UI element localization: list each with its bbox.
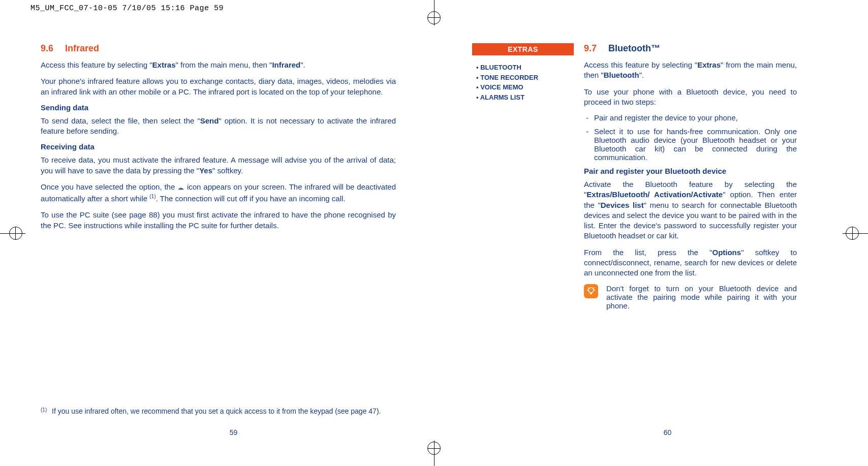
tip-callout: Don't forget to turn on your Bluetooth d… [584,284,797,310]
print-slug: M5_UM_FCC_07-10-05 7/10/05 15:16 Page 59 [30,4,224,13]
section-number: 9.6 [41,43,65,54]
crop-mark-top [414,0,454,25]
tip-text: Don't forget to turn on your Bluetooth d… [606,284,797,310]
steps-list: -Pair and register the device to your ph… [586,113,797,162]
footnote-text: If you use infrared often, we recommend … [52,407,396,415]
svg-line-6 [594,288,595,289]
extras-navbox-title: EXTRAS [472,43,574,55]
subheading-pair-register: Pair and register your Bluetooth device [584,167,797,175]
paragraph: To receive data, you must activate the i… [41,155,396,176]
footnote-ref: (1) [149,194,156,199]
paragraph: Access this feature by selecting "Extras… [584,60,797,81]
page-59: 9.6Infrared Access this feature by selec… [0,36,467,441]
infrared-icon [177,183,184,193]
extras-item-bluetooth: BLUETOOTH [476,63,574,73]
footnote: (1) If you use infrared often, we recomm… [41,407,396,415]
paragraph: Access this feature by selecting "Extras… [41,60,396,70]
extras-navbox-list: BLUETOOTH TONE RECORDER VOICE MEMO ALARM… [472,63,574,102]
page-60: EXTRAS BLUETOOTH TONE RECORDER VOICE MEM… [467,36,868,441]
paragraph: To send data, select the file, then sele… [41,116,396,137]
subheading-sending-data: Sending data [41,103,396,112]
section-heading-bluetooth: 9.7Bluetooth™ [584,43,797,54]
list-item: -Select it to use for hands-free communi… [586,127,797,162]
section-title: Infrared [65,43,99,53]
lightbulb-icon [584,284,598,298]
paragraph: From the list, press the "Options" softk… [584,247,797,278]
page-number: 59 [0,428,467,437]
extras-item-tone-recorder: TONE RECORDER [476,73,574,83]
paragraph: Your phone's infrared feature allows you… [41,76,396,97]
paragraph: To use your phone with a Bluetooth devic… [584,87,797,108]
svg-line-5 [588,288,589,289]
extras-item-alarms-list: ALARMS LIST [476,92,574,103]
paragraph: Activate the Bluetooth feature by select… [584,179,797,241]
footnote-marker: (1) [41,407,52,415]
paragraph: To use the PC suite (see page 88) you mu… [41,210,396,231]
section-title: Bluetooth™ [608,43,660,53]
section-heading-infrared: 9.6Infrared [41,43,396,54]
extras-item-voice-memo: VOICE MEMO [476,82,574,92]
crop-mark-bottom [414,441,454,466]
paragraph: Once you have selected the option, the i… [41,182,396,204]
svg-rect-2 [590,293,592,294]
svg-point-1 [588,288,594,293]
section-number: 9.7 [584,43,608,54]
list-item: -Pair and register the device to your ph… [586,113,797,122]
subheading-receiving-data: Receiving data [41,142,396,151]
svg-point-0 [180,189,181,190]
page-number: 60 [467,428,868,437]
